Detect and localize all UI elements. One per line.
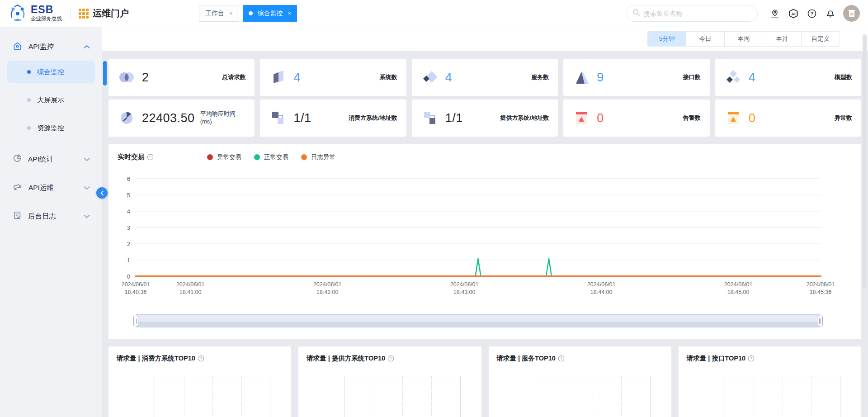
tab-workbench[interactable]: 工作台 × xyxy=(199,5,239,22)
legend-dot-icon xyxy=(207,154,213,160)
systems-layers-icon xyxy=(269,68,287,86)
sidebar-group-api-monitor[interactable]: API监控 xyxy=(0,38,102,55)
svg-text:6: 6 xyxy=(127,175,130,182)
user-avatar[interactable] xyxy=(843,5,860,22)
filter-today[interactable]: 今日 xyxy=(686,31,725,47)
tab-workbench-label: 工作台 xyxy=(205,9,224,18)
filter-band: 5分钟 今日 本周 本月 自定义 xyxy=(102,27,868,51)
legend-item-normal-tx[interactable]: 正常交易 xyxy=(254,153,288,161)
page-scrollbar-thumb[interactable] xyxy=(863,34,867,289)
svg-text:18:40:36: 18:40:36 xyxy=(125,289,147,295)
models-cubes-icon xyxy=(724,68,742,86)
stat-card-alarms: 0 告警数 xyxy=(563,100,709,137)
esb-logo[interactable]: ESB 企业服务总线 xyxy=(9,4,62,24)
svg-text:2024/06/01: 2024/06/01 xyxy=(807,281,835,288)
tab-close-icon[interactable]: × xyxy=(229,10,233,17)
filter-5min[interactable]: 5分钟 xyxy=(647,31,686,47)
svg-text:2024/06/01: 2024/06/01 xyxy=(450,281,479,288)
help-circle-icon[interactable]: ? xyxy=(558,355,565,362)
chart-legend: 异常交易 正常交易 日志异常 xyxy=(207,153,335,161)
ai-icon[interactable]: AI xyxy=(788,8,799,19)
svg-text:?: ? xyxy=(200,356,202,360)
stat-value: 4 xyxy=(749,71,756,85)
svg-text:18:41:00: 18:41:00 xyxy=(179,289,202,295)
stat-card-provider-systems: 1/1 提供方系统/地址数 xyxy=(412,100,558,137)
home-icon xyxy=(13,41,22,52)
help-circle-icon[interactable]: ? xyxy=(387,355,394,362)
stat-card-interfaces: 9 接口数 xyxy=(563,59,709,96)
help-circle-icon[interactable]: ? xyxy=(147,154,154,161)
datazoom-slider[interactable] xyxy=(136,314,821,327)
sidebar-item-integrated-monitor[interactable]: 综合监控 xyxy=(7,61,95,83)
svg-text:2: 2 xyxy=(127,241,130,247)
portal-grid-icon xyxy=(79,9,89,19)
svg-text:18:43:00: 18:43:00 xyxy=(453,289,476,295)
top10-empty-plot xyxy=(155,376,270,417)
filter-month[interactable]: 本月 xyxy=(763,31,802,47)
help-circle-icon[interactable]: ? xyxy=(748,355,755,362)
tab-close-icon[interactable]: × xyxy=(288,10,292,17)
stat-label: 消费方系统/地址数 xyxy=(349,114,397,122)
svg-text:?: ? xyxy=(560,356,562,360)
svg-text:0: 0 xyxy=(127,273,130,280)
sidebar-collapse-button[interactable] xyxy=(96,187,108,199)
top10-empty-plot xyxy=(725,376,840,417)
help-circle-icon[interactable]: ? xyxy=(198,355,204,362)
stat-value: 1/1 xyxy=(445,111,463,125)
tab-bar: 工作台 × 综合监控 × xyxy=(199,5,297,22)
datazoom-right-handle[interactable] xyxy=(818,316,823,326)
datazoom-left-handle[interactable] xyxy=(133,316,138,326)
svg-text:2024/06/01: 2024/06/01 xyxy=(122,281,150,288)
sidebar-item-label: 综合监控 xyxy=(37,68,64,76)
portal-title: 运维门户 xyxy=(79,7,129,19)
sidebar-item-label: 资源监控 xyxy=(37,124,64,133)
brand-subtitle: 企业服务总线 xyxy=(31,15,62,22)
stat-label: 接口数 xyxy=(683,73,701,81)
svg-text:?: ? xyxy=(390,356,392,360)
stat-label: 系统数 xyxy=(380,73,397,81)
stat-label: 提供方系统/地址数 xyxy=(500,114,549,122)
help-icon[interactable]: ? xyxy=(807,8,817,19)
bell-icon[interactable] xyxy=(825,8,836,19)
svg-text:1: 1 xyxy=(127,257,130,264)
location-icon[interactable] xyxy=(769,8,780,19)
top10-card-consumer: 请求量 | 消费方系统TOP10 ? xyxy=(108,346,291,417)
sidebar-group-api-statistics[interactable]: API统计 xyxy=(0,151,102,167)
legend-item-log-abnormal[interactable]: 日志异常 xyxy=(301,153,335,161)
bullet-icon xyxy=(27,98,31,102)
sidebar-item-big-screen[interactable]: 大屏展示 xyxy=(7,89,95,111)
app-header: ESB 企业服务总线 运维门户 工作台 × 综合监控 × xyxy=(0,0,868,27)
menu-search[interactable] xyxy=(626,5,758,22)
sidebar-group-api-ops[interactable]: API运维 xyxy=(0,180,102,196)
legend-dot-icon xyxy=(254,154,260,160)
svg-text:?: ? xyxy=(811,11,814,16)
consumer-squares-icon xyxy=(269,109,287,127)
esb-logo-icon xyxy=(9,4,26,24)
svg-text:4: 4 xyxy=(127,208,130,215)
stat-label: 平均响应时间 (ms) xyxy=(200,110,242,126)
realtime-chart-card: 实时交易 ? 异常交易 正常交易 日志异常 xyxy=(108,144,861,339)
stat-card-consumer-systems: 1/1 消费方系统/地址数 xyxy=(260,100,406,137)
search-input[interactable] xyxy=(643,10,751,17)
portal-label: 运维门户 xyxy=(93,7,129,19)
services-diamond-icon xyxy=(421,68,439,86)
top10-card-interface: 请求量 | 接口TOP10 ? xyxy=(679,346,861,417)
stat-label: 服务数 xyxy=(531,73,549,81)
svg-text:2024/06/01: 2024/06/01 xyxy=(724,281,753,288)
tab-integrated-monitor[interactable]: 综合监控 × xyxy=(243,5,297,22)
sidebar-scrollbar-thumb[interactable] xyxy=(103,61,107,85)
stat-card-total-requests: 2 总请求数 xyxy=(108,59,255,96)
stat-value: 2 xyxy=(142,71,149,85)
filter-week[interactable]: 本周 xyxy=(724,31,763,47)
provider-squares-icon xyxy=(421,109,439,127)
header-icons: AI ? xyxy=(769,8,836,19)
stat-row-1: 2 总请求数 4 系统数 xyxy=(108,59,861,96)
sidebar-item-resource-monitor[interactable]: 资源监控 xyxy=(7,117,95,139)
sidebar-group-backend-logs[interactable]: 后台日志 xyxy=(0,208,102,224)
stat-row-2: 22403.50 平均响应时间 (ms) 1/1 消费方系统/地址数 xyxy=(108,100,861,137)
sidebar-group-label: API运维 xyxy=(28,183,54,193)
bullet-icon xyxy=(27,70,31,74)
filter-custom[interactable]: 自定义 xyxy=(801,31,840,47)
legend-item-abnormal-tx[interactable]: 异常交易 xyxy=(207,153,241,161)
abnormal-icon xyxy=(724,109,742,127)
